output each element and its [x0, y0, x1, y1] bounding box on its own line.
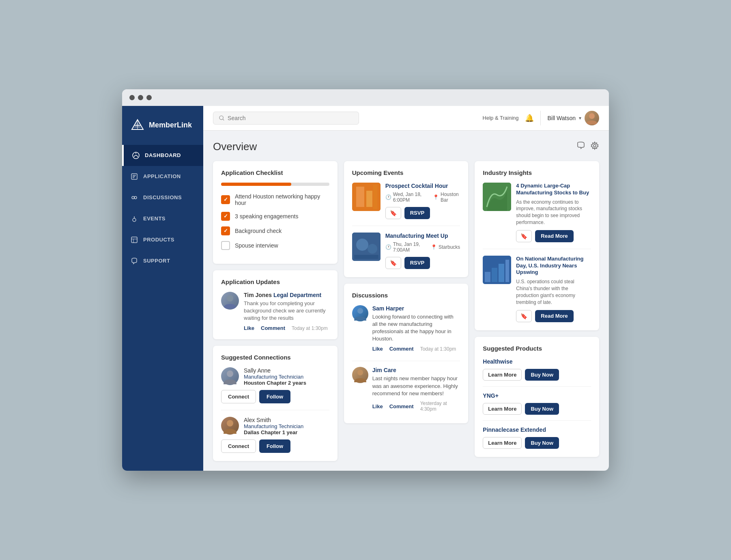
connection-avatar-2: [221, 417, 239, 435]
chevron-down-icon: ▾: [579, 115, 581, 121]
insight1-read-more[interactable]: Read More: [535, 230, 573, 242]
dashboard-grid: Application Checklist ✓ Attend Houston n…: [213, 161, 599, 461]
events-title: Upcoming Events: [352, 169, 460, 176]
checkbox-checked-3[interactable]: ✓: [221, 226, 230, 235]
page-title: Overview: [213, 140, 257, 153]
product1-buy-now[interactable]: Buy Now: [525, 369, 559, 381]
connection-item-2: Alex Smith Manufacturing Technician Dall…: [221, 417, 329, 453]
sidebar-item-application[interactable]: APPLICATION: [122, 166, 203, 187]
update-author-dept: Legal Department: [273, 292, 321, 298]
disc1-like[interactable]: Like: [372, 346, 383, 352]
checkbox-unchecked-4[interactable]: [221, 241, 230, 250]
checklist-text-4: Spouse interview: [235, 242, 278, 249]
disc1-comment[interactable]: Comment: [389, 346, 414, 352]
rsvp-button-2[interactable]: RSVP: [404, 257, 430, 269]
event-item-2: Manufacturing Meet Up 🕐 Thu, Jan 19, 7:0…: [352, 233, 460, 269]
event-content-1: Prospect Cocktail Hour 🕐 Wed, Jan 18, 6:…: [385, 183, 460, 219]
user-menu[interactable]: Bill Watson ▾: [540, 111, 599, 125]
disc2-author: Jim Care: [372, 367, 460, 373]
chat-icon[interactable]: [576, 141, 585, 152]
insight2-text: U.S. operations could steal China's thun…: [516, 278, 591, 306]
settings-icon[interactable]: [590, 141, 599, 152]
event2-title: Manufacturing Meet Up: [385, 233, 460, 239]
sidebar-item-dashboard[interactable]: DASHBOARD: [122, 145, 203, 166]
update-comment-button[interactable]: Comment: [261, 325, 285, 331]
product3-learn-more[interactable]: Learn More: [483, 437, 522, 449]
insight-item-2: On National Manufacturing Day, U.S. Indu…: [483, 256, 591, 322]
search-input[interactable]: [228, 115, 353, 121]
svg-point-29: [356, 239, 368, 251]
conn2-firstname: Alex Smith: [244, 417, 271, 423]
svg-rect-37: [492, 268, 497, 282]
update-timestamp: Today at 1:30pm: [292, 325, 328, 331]
industry-insights-card: Industry Insights: [475, 161, 599, 330]
sidebar-item-events[interactable]: EVENTS: [122, 208, 203, 229]
product1-learn-more[interactable]: Learn More: [483, 369, 522, 381]
svg-point-33: [357, 370, 363, 375]
svg-rect-31: [354, 255, 378, 259]
connection-avatar-1: [221, 367, 239, 385]
disc1-author: Sam Harper: [372, 305, 460, 312]
insight2-actions: 🔖 Read More: [516, 310, 591, 322]
insight2-bookmark[interactable]: 🔖: [516, 310, 532, 322]
disc1-top: Sam Harper Looking forward to connecting…: [352, 305, 460, 352]
svg-point-23: [227, 420, 233, 426]
content-area: Overview: [203, 131, 609, 471]
search-box[interactable]: [213, 112, 359, 125]
window-dot-1[interactable]: [129, 95, 135, 100]
bookmark-button-2[interactable]: 🔖: [385, 257, 401, 269]
clock-icon-2: 🕐: [385, 244, 391, 250]
disc1-text: Looking forward to connecting with all t…: [372, 313, 460, 343]
disc2-like[interactable]: Like: [372, 403, 383, 409]
right-column: Industry Insights: [475, 161, 599, 461]
product3-buy-now[interactable]: Buy Now: [525, 437, 559, 449]
window-dot-2[interactable]: [138, 95, 143, 100]
update-like-button[interactable]: Like: [244, 325, 254, 331]
notification-icon[interactable]: 🔔: [525, 114, 534, 123]
updates-title: Application Updates: [221, 278, 329, 285]
sidebar-item-products[interactable]: PRODUCTS: [122, 229, 203, 250]
window-dot-3[interactable]: [146, 95, 152, 100]
rsvp-button-1[interactable]: RSVP: [404, 207, 430, 219]
checklist-item-1: ✓ Attend Houston networking happy hour: [221, 193, 329, 206]
sidebar-label-support: SUPPORT: [143, 258, 170, 264]
checklist-item-3: ✓ Background check: [221, 226, 329, 235]
update-actions: Like Comment Today at 1:30pm: [244, 325, 329, 331]
insight1-bookmark[interactable]: 🔖: [516, 230, 532, 242]
connection-name-1: Sally Anne: [244, 367, 329, 374]
follow-button-2[interactable]: Follow: [259, 439, 290, 453]
header-actions: [576, 141, 599, 152]
checkbox-checked-2[interactable]: ✓: [221, 212, 230, 221]
follow-button-1[interactable]: Follow: [259, 390, 290, 403]
disc1-avatar-img: [352, 305, 368, 321]
event2-img: [352, 233, 381, 261]
bookmark-button-1[interactable]: 🔖: [385, 207, 401, 219]
products-icon: [130, 236, 138, 244]
product2-learn-more[interactable]: Learn More: [483, 403, 522, 415]
insight1-title: 4 Dynamic Large-Cap Manufacturing Stocks…: [516, 183, 591, 196]
application-checklist-card: Application Checklist ✓ Attend Houston n…: [213, 161, 338, 264]
checklist-item-2: ✓ 3 speaking engagements: [221, 212, 329, 221]
help-training-link[interactable]: Help & Training: [483, 115, 519, 121]
connect-button-1[interactable]: Connect: [221, 390, 256, 403]
conn2-buttons: Connect Follow: [221, 439, 329, 453]
events-icon: [130, 215, 138, 223]
svg-point-10: [132, 196, 134, 199]
product2-buy-now[interactable]: Buy Now: [525, 403, 559, 415]
sidebar-item-support[interactable]: SUPPORT: [122, 250, 203, 271]
support-icon: [130, 257, 138, 265]
product1-name: Healthwise: [483, 358, 591, 365]
middle-column: Upcoming Events: [344, 161, 469, 461]
insight2-read-more[interactable]: Read More: [535, 310, 573, 322]
dashboard-icon: [132, 151, 140, 159]
checklist-text-3: Background check: [235, 228, 282, 234]
svg-point-22: [227, 370, 233, 377]
disc1-time: Today at 1:30pm: [420, 346, 456, 352]
sidebar-item-discussions[interactable]: DISCUSSIONS: [122, 187, 203, 208]
topbar-right: Help & Training 🔔 Bill Watson ▾: [483, 111, 599, 125]
main-area: Help & Training 🔔 Bill Watson ▾: [203, 106, 609, 471]
connect-button-2[interactable]: Connect: [221, 439, 256, 453]
disc2-comment[interactable]: Comment: [389, 403, 414, 409]
checkbox-checked-1[interactable]: ✓: [221, 195, 230, 204]
connection-name-2: Alex Smith: [244, 417, 329, 423]
